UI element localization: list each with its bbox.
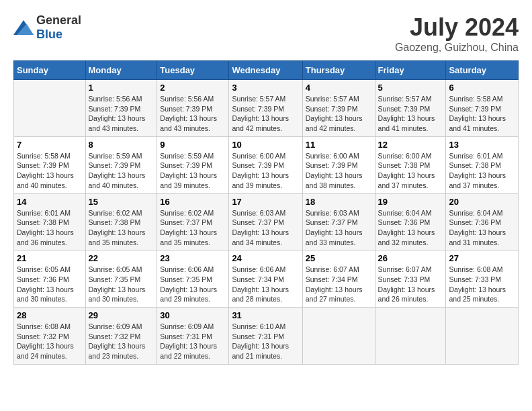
calendar-cell: 29Sunrise: 6:09 AMSunset: 7:32 PMDayligh… [85, 308, 157, 365]
calendar-cell: 22Sunrise: 6:05 AMSunset: 7:35 PMDayligh… [85, 250, 157, 308]
weekday-header-thursday: Thursday [302, 61, 375, 80]
day-number: 3 [232, 83, 299, 93]
day-info: Sunrise: 6:00 AMSunset: 7:38 PMDaylight:… [378, 151, 443, 191]
calendar-cell: 1Sunrise: 5:56 AMSunset: 7:39 PMDaylight… [85, 80, 157, 137]
day-info: Sunrise: 6:05 AMSunset: 7:36 PMDaylight:… [17, 265, 83, 304]
calendar-cell [375, 308, 446, 365]
day-number: 14 [17, 197, 83, 207]
day-number: 12 [378, 140, 443, 150]
calendar-cell: 30Sunrise: 6:09 AMSunset: 7:31 PMDayligh… [157, 308, 229, 365]
calendar-cell: 27Sunrise: 6:08 AMSunset: 7:33 PMDayligh… [446, 250, 519, 308]
day-number: 25 [306, 253, 372, 263]
day-number: 27 [449, 253, 515, 263]
day-info: Sunrise: 6:07 AMSunset: 7:33 PMDaylight:… [378, 265, 443, 304]
day-number: 19 [378, 197, 443, 207]
weekday-header-monday: Monday [85, 61, 157, 80]
weekday-header-sunday: Sunday [14, 61, 86, 80]
day-info: Sunrise: 6:01 AMSunset: 7:38 PMDaylight:… [449, 151, 515, 191]
calendar-cell: 23Sunrise: 6:06 AMSunset: 7:35 PMDayligh… [157, 250, 229, 308]
title-area: July 2024 Gaozeng, Guizhou, China [395, 13, 519, 54]
calendar-cell: 2Sunrise: 5:56 AMSunset: 7:39 PMDaylight… [157, 80, 229, 137]
calendar-cell [14, 80, 86, 137]
calendar-week-row: 14Sunrise: 6:01 AMSunset: 7:38 PMDayligh… [14, 193, 519, 250]
day-info: Sunrise: 6:09 AMSunset: 7:31 PMDaylight:… [160, 322, 226, 361]
day-number: 17 [232, 197, 299, 207]
calendar-cell: 6Sunrise: 5:58 AMSunset: 7:39 PMDaylight… [446, 80, 519, 137]
day-number: 24 [232, 253, 299, 263]
day-info: Sunrise: 6:00 AMSunset: 7:39 PMDaylight:… [306, 151, 372, 191]
day-number: 30 [160, 310, 226, 320]
day-number: 2 [160, 83, 226, 93]
calendar-cell: 21Sunrise: 6:05 AMSunset: 7:36 PMDayligh… [14, 250, 86, 308]
day-info: Sunrise: 6:02 AMSunset: 7:37 PMDaylight:… [160, 208, 226, 248]
day-number: 23 [160, 253, 226, 263]
day-info: Sunrise: 6:05 AMSunset: 7:35 PMDaylight:… [89, 265, 154, 304]
day-number: 20 [449, 197, 515, 207]
weekday-header-saturday: Saturday [446, 61, 519, 80]
day-info: Sunrise: 5:58 AMSunset: 7:39 PMDaylight:… [17, 151, 83, 191]
calendar-cell: 10Sunrise: 6:00 AMSunset: 7:39 PMDayligh… [229, 136, 302, 193]
weekday-header-friday: Friday [375, 61, 446, 80]
day-number: 22 [89, 253, 154, 263]
calendar-cell [302, 308, 375, 365]
calendar-cell: 15Sunrise: 6:02 AMSunset: 7:38 PMDayligh… [85, 193, 157, 250]
calendar-cell: 9Sunrise: 5:59 AMSunset: 7:39 PMDaylight… [157, 136, 229, 193]
day-info: Sunrise: 6:06 AMSunset: 7:35 PMDaylight:… [160, 265, 226, 304]
day-number: 11 [306, 140, 372, 150]
subtitle: Gaozeng, Guizhou, China [395, 42, 519, 54]
day-number: 29 [89, 310, 154, 320]
main-title: July 2024 [395, 13, 519, 42]
day-info: Sunrise: 5:58 AMSunset: 7:39 PMDaylight:… [449, 94, 515, 134]
day-number: 7 [17, 140, 83, 150]
logo-text: General Blue [36, 13, 81, 42]
calendar-cell: 13Sunrise: 6:01 AMSunset: 7:38 PMDayligh… [446, 136, 519, 193]
calendar-cell: 20Sunrise: 6:04 AMSunset: 7:36 PMDayligh… [446, 193, 519, 250]
day-info: Sunrise: 6:04 AMSunset: 7:36 PMDaylight:… [449, 208, 515, 248]
day-info: Sunrise: 6:09 AMSunset: 7:32 PMDaylight:… [89, 322, 154, 361]
day-number: 10 [232, 140, 299, 150]
calendar-cell: 31Sunrise: 6:10 AMSunset: 7:31 PMDayligh… [229, 308, 302, 365]
calendar-cell [446, 308, 519, 365]
calendar-cell: 24Sunrise: 6:06 AMSunset: 7:34 PMDayligh… [229, 250, 302, 308]
calendar-cell: 16Sunrise: 6:02 AMSunset: 7:37 PMDayligh… [157, 193, 229, 250]
day-info: Sunrise: 6:06 AMSunset: 7:34 PMDaylight:… [232, 265, 299, 304]
day-info: Sunrise: 5:56 AMSunset: 7:39 PMDaylight:… [160, 94, 226, 134]
calendar-table: SundayMondayTuesdayWednesdayThursdayFrid… [13, 60, 519, 365]
calendar-cell: 25Sunrise: 6:07 AMSunset: 7:34 PMDayligh… [302, 250, 375, 308]
logo-blue: Blue [36, 28, 62, 41]
calendar-cell: 8Sunrise: 5:59 AMSunset: 7:39 PMDaylight… [85, 136, 157, 193]
calendar-week-row: 21Sunrise: 6:05 AMSunset: 7:36 PMDayligh… [14, 250, 519, 308]
day-number: 4 [306, 83, 372, 93]
calendar-cell: 19Sunrise: 6:04 AMSunset: 7:36 PMDayligh… [375, 193, 446, 250]
day-info: Sunrise: 5:59 AMSunset: 7:39 PMDaylight:… [89, 151, 154, 191]
day-info: Sunrise: 6:08 AMSunset: 7:32 PMDaylight:… [17, 322, 83, 361]
day-info: Sunrise: 6:07 AMSunset: 7:34 PMDaylight:… [306, 265, 372, 304]
day-info: Sunrise: 5:57 AMSunset: 7:39 PMDaylight:… [232, 94, 299, 134]
day-info: Sunrise: 6:03 AMSunset: 7:37 PMDaylight:… [306, 208, 372, 248]
day-number: 16 [160, 197, 226, 207]
day-info: Sunrise: 5:57 AMSunset: 7:39 PMDaylight:… [378, 94, 443, 134]
calendar-cell: 11Sunrise: 6:00 AMSunset: 7:39 PMDayligh… [302, 136, 375, 193]
calendar-cell: 5Sunrise: 5:57 AMSunset: 7:39 PMDaylight… [375, 80, 446, 137]
day-number: 8 [89, 140, 154, 150]
day-info: Sunrise: 6:08 AMSunset: 7:33 PMDaylight:… [449, 265, 515, 304]
day-number: 21 [17, 253, 83, 263]
day-info: Sunrise: 6:10 AMSunset: 7:31 PMDaylight:… [232, 322, 299, 361]
logo-general: General [36, 13, 81, 27]
day-info: Sunrise: 5:57 AMSunset: 7:39 PMDaylight:… [306, 94, 372, 134]
calendar-cell: 18Sunrise: 6:03 AMSunset: 7:37 PMDayligh… [302, 193, 375, 250]
header: General Blue July 2024 Gaozeng, Guizhou,… [13, 13, 519, 54]
calendar-cell: 26Sunrise: 6:07 AMSunset: 7:33 PMDayligh… [375, 250, 446, 308]
calendar-cell: 28Sunrise: 6:08 AMSunset: 7:32 PMDayligh… [14, 308, 86, 365]
logo: General Blue [13, 13, 81, 42]
day-number: 31 [232, 310, 299, 320]
calendar-week-row: 7Sunrise: 5:58 AMSunset: 7:39 PMDaylight… [14, 136, 519, 193]
logo-icon [13, 20, 34, 35]
day-number: 5 [378, 83, 443, 93]
weekday-header-tuesday: Tuesday [157, 61, 229, 80]
calendar-week-row: 28Sunrise: 6:08 AMSunset: 7:32 PMDayligh… [14, 308, 519, 365]
day-info: Sunrise: 6:00 AMSunset: 7:39 PMDaylight:… [232, 151, 299, 191]
day-number: 13 [449, 140, 515, 150]
day-number: 26 [378, 253, 443, 263]
day-info: Sunrise: 6:01 AMSunset: 7:38 PMDaylight:… [17, 208, 83, 248]
